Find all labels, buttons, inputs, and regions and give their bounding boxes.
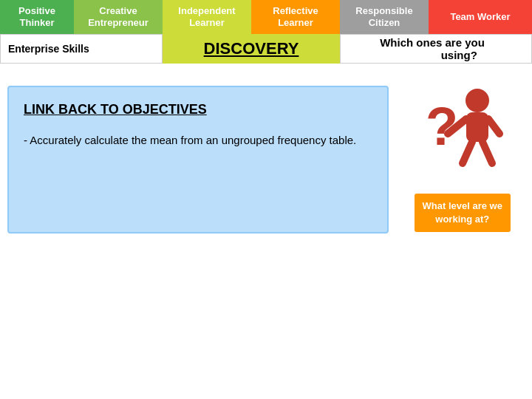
objectives-text: - Accurately calculate the mean from an … <box>24 132 372 149</box>
svg-line-4 <box>463 142 472 163</box>
nav-independent-learner[interactable]: Independent Learner <box>163 0 251 34</box>
nav-reflective-learner[interactable]: Reflective Learner <box>251 0 340 34</box>
question-person-icon: ? <box>415 86 511 182</box>
svg-line-5 <box>482 142 492 163</box>
svg-line-3 <box>488 119 499 134</box>
discovery-label: DISCOVERY <box>163 34 340 64</box>
enterprise-skills-label: Enterprise Skills <box>0 34 163 64</box>
which-ones-label: Which ones are you using? <box>340 34 532 64</box>
objectives-panel: LINK BACK TO OBJECTIVES - Accurately cal… <box>7 86 389 233</box>
nav-responsible-citizen[interactable]: Responsible Citizen <box>340 0 429 34</box>
objectives-title: LINK BACK TO OBJECTIVES <box>24 102 372 117</box>
right-panel: ? What level are we working at? <box>400 86 525 233</box>
nav-team-worker[interactable]: Team Worker <box>429 0 532 34</box>
nav-positive-thinker[interactable]: Positive Thinker <box>0 0 74 34</box>
svg-text:?: ? <box>426 97 458 156</box>
svg-point-0 <box>466 89 489 112</box>
top-navigation: Positive Thinker Creative Entrepreneur I… <box>0 0 532 34</box>
nav-creative-entrepreneur[interactable]: Creative Entrepreneur <box>74 0 163 34</box>
what-level-label: What level are we working at? <box>415 194 511 232</box>
svg-rect-1 <box>466 112 488 142</box>
question-figure: ? <box>415 86 511 182</box>
second-row: Enterprise Skills DISCOVERY Which ones a… <box>0 34 532 64</box>
main-content: LINK BACK TO OBJECTIVES - Accurately cal… <box>0 71 532 241</box>
